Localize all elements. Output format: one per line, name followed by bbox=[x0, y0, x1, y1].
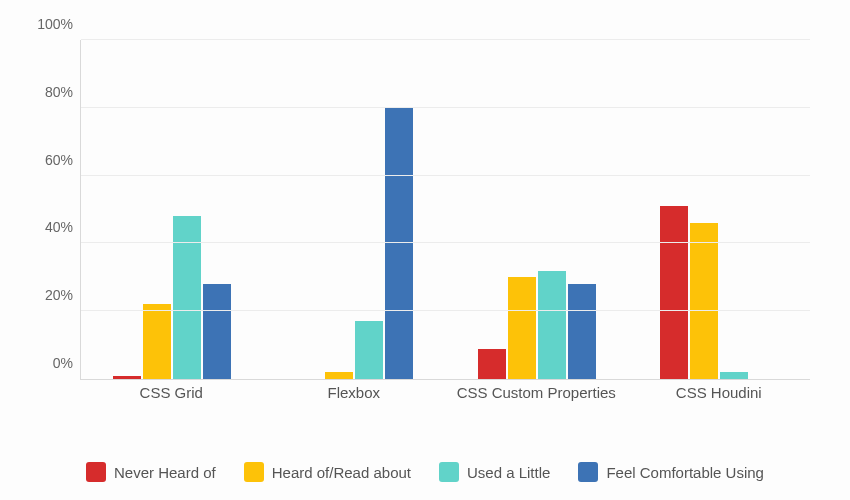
legend-item: Never Heard of bbox=[86, 462, 216, 482]
plot-area: 0%20%40%60%80%100% bbox=[80, 40, 810, 380]
x-tick-label: Flexbox bbox=[263, 384, 446, 403]
bar bbox=[478, 349, 506, 380]
legend-item: Feel Comfortable Using bbox=[578, 462, 764, 482]
y-tick-label: 40% bbox=[29, 219, 73, 235]
gridline bbox=[81, 107, 810, 108]
bar bbox=[113, 376, 141, 379]
legend-label: Heard of/Read about bbox=[272, 464, 411, 481]
x-axis-labels: CSS GridFlexboxCSS Custom PropertiesCSS … bbox=[80, 384, 810, 403]
bar bbox=[143, 304, 171, 379]
legend-label: Never Heard of bbox=[114, 464, 216, 481]
x-tick-label: CSS Grid bbox=[80, 384, 263, 403]
bar bbox=[173, 216, 201, 379]
x-tick-label: CSS Houdini bbox=[628, 384, 811, 403]
bar bbox=[385, 108, 413, 379]
y-tick-label: 100% bbox=[29, 16, 73, 32]
chart-container: 0%20%40%60%80%100% CSS GridFlexboxCSS Cu… bbox=[0, 0, 850, 500]
gridline bbox=[81, 39, 810, 40]
legend-item: Heard of/Read about bbox=[244, 462, 411, 482]
bar-group bbox=[628, 40, 810, 379]
legend-item: Used a Little bbox=[439, 462, 550, 482]
bar bbox=[538, 271, 566, 379]
bar-group bbox=[263, 40, 445, 379]
legend-swatch bbox=[439, 462, 459, 482]
gridline bbox=[81, 175, 810, 176]
legend-swatch bbox=[86, 462, 106, 482]
y-tick-label: 80% bbox=[29, 84, 73, 100]
legend-label: Used a Little bbox=[467, 464, 550, 481]
bar bbox=[720, 372, 748, 379]
bar-group bbox=[446, 40, 628, 379]
bar bbox=[660, 206, 688, 379]
legend-swatch bbox=[578, 462, 598, 482]
y-tick-label: 60% bbox=[29, 152, 73, 168]
y-tick-label: 20% bbox=[29, 287, 73, 303]
bar bbox=[690, 223, 718, 379]
bar-group bbox=[81, 40, 263, 379]
legend: Never Heard ofHeard of/Read aboutUsed a … bbox=[0, 462, 850, 482]
bar bbox=[325, 372, 353, 379]
bar-groups bbox=[81, 40, 810, 379]
x-tick-label: CSS Custom Properties bbox=[445, 384, 628, 403]
bar bbox=[203, 284, 231, 379]
bar bbox=[568, 284, 596, 379]
bar bbox=[508, 277, 536, 379]
bar bbox=[355, 321, 383, 379]
gridline bbox=[81, 310, 810, 311]
legend-label: Feel Comfortable Using bbox=[606, 464, 764, 481]
y-tick-label: 0% bbox=[29, 355, 73, 371]
gridline bbox=[81, 242, 810, 243]
legend-swatch bbox=[244, 462, 264, 482]
